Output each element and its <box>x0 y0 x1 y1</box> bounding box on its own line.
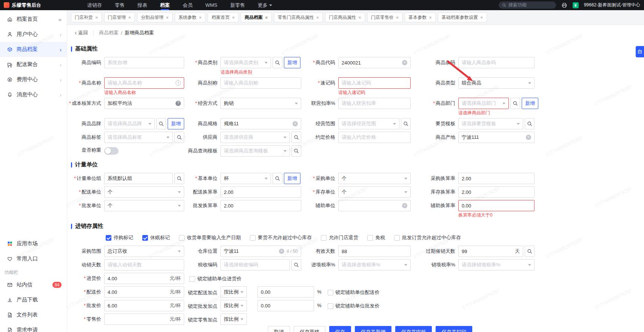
wholesale-rate-input[interactable]: 2.00 <box>220 200 301 211</box>
clear-icon[interactable] <box>526 135 531 140</box>
expire-days-search-button[interactable] <box>525 246 535 257</box>
checkbox-lock-aux-buy[interactable]: 锁定辅助单位进货价 <box>190 275 242 282</box>
wholes-unit-select[interactable]: 个 <box>104 200 184 211</box>
barcode-input[interactable]: 请输入商品条码 <box>458 57 535 68</box>
product-id-input[interactable]: 2400021 <box>338 57 411 68</box>
tab-basic-archive-settings[interactable]: 基础档案参数设置× <box>438 12 487 22</box>
brand-select[interactable]: 请选择商品品牌 <box>104 118 155 129</box>
checkbox-stop-purchase[interactable]: 停购标记 <box>106 234 133 241</box>
aux-rate-input[interactable]: 0.00 <box>458 200 535 211</box>
product-code-input[interactable]: 系统自增 <box>104 57 184 68</box>
clear-icon[interactable] <box>402 203 407 208</box>
close-icon[interactable]: × <box>358 15 361 20</box>
tab-basic-params[interactable]: 基本参数× <box>405 12 436 22</box>
sidebar-item-user-center[interactable]: 用户中心 › <box>0 27 67 42</box>
wholesale-price-input[interactable]: 6.00元/杯 <box>104 300 184 311</box>
operation-mode-select[interactable]: 购销 <box>220 98 301 109</box>
output-tax-select[interactable]: 请选择销项税率% <box>458 259 535 271</box>
product-alias-input[interactable]: 请输入商品别称 <box>220 77 301 89</box>
checkbox-dormant[interactable]: 休眠标记 <box>142 234 170 241</box>
request-template-select[interactable]: 请选择要货模板 <box>458 118 523 129</box>
tab-archive-home[interactable]: 档案首页× <box>208 12 239 22</box>
clear-icon[interactable] <box>279 249 284 254</box>
global-search-input[interactable]: 搜索功能 <box>499 2 556 9</box>
origin-input[interactable]: 宁波111 <box>458 132 535 143</box>
delivery-price-input[interactable]: 4.00元/杯 <box>104 286 184 298</box>
supplier-search-button[interactable] <box>291 132 301 143</box>
close-icon[interactable]: × <box>199 15 202 20</box>
query-template-search-button[interactable] <box>291 145 301 157</box>
tab-retail-store-product-attr[interactable]: 零售门店商品属性× <box>274 12 323 22</box>
close-icon[interactable]: × <box>396 15 399 20</box>
checkbox-wholesale-limit[interactable]: 批发订货允许超过中心库存 <box>394 234 461 241</box>
brand-add-button[interactable]: 新增 <box>168 118 184 129</box>
tag-select[interactable]: 请选择商品标签 <box>104 132 173 143</box>
clear-icon[interactable] <box>293 121 298 126</box>
sidebar-item-request[interactable]: 需求申请 <box>0 323 67 332</box>
close-icon[interactable]: × <box>316 15 319 20</box>
close-icon[interactable]: × <box>232 15 235 20</box>
supplier-select[interactable]: 请选择供应商 <box>220 132 290 143</box>
menu-item-retail[interactable]: 零售 <box>108 0 131 10</box>
breadcrumb-parent[interactable]: 商品档案 <box>99 29 119 36</box>
query-template-select[interactable]: 请选择商品查询模板 <box>220 145 290 157</box>
save-and-audit-button[interactable]: 保存并审核 <box>395 326 432 332</box>
tax-code-input[interactable]: 请选择税收编码 <box>220 259 290 271</box>
close-icon[interactable]: × <box>95 15 98 20</box>
category-select[interactable]: 请选择商品类别 <box>220 57 271 68</box>
joint-rate-input[interactable]: 请输入联营扣率 <box>338 98 411 109</box>
menu-item-more[interactable]: 更多 <box>251 0 279 10</box>
menu-item-report[interactable]: 报表 <box>131 0 154 10</box>
expire-push-days-input[interactable]: 99天 <box>458 246 523 257</box>
checkbox-store-return[interactable]: 允许门店退货 <box>321 234 358 241</box>
app-logo[interactable]: 乐檬零售后台 <box>4 2 41 9</box>
save-and-print-button[interactable]: 保存并打印 <box>436 326 472 332</box>
category-search-button[interactable] <box>273 57 282 68</box>
wholesale-markup-mode-select[interactable]: 按比例 <box>220 300 247 311</box>
tab-store-product-attr[interactable]: 门店商品属性× <box>325 12 365 22</box>
business-scope-select[interactable]: 请选择经营范围 <box>338 118 399 129</box>
base-unit-select[interactable]: 杯 <box>220 173 271 184</box>
checkbox-lock-aux-wholesale[interactable]: 锁定辅助单位批发价 <box>328 303 380 309</box>
department-search-button[interactable] <box>510 98 520 109</box>
agreed-price-input[interactable]: 请输入约定价格 <box>338 132 411 143</box>
department-select[interactable]: 请选择商品部门 <box>458 98 509 109</box>
close-icon[interactable]: × <box>429 15 432 20</box>
cost-method-input[interactable]: 加权平均法 <box>104 98 184 109</box>
save-button[interactable]: 保存 <box>329 326 351 332</box>
menu-item-new-retail[interactable]: 新零售 <box>224 0 251 10</box>
sidebar-item-archive-home[interactable]: 档案首页 « <box>0 12 67 27</box>
collapse-sidebar-icon[interactable]: « <box>59 16 62 23</box>
weigh-toggle[interactable] <box>104 147 119 155</box>
sidebar-item-expense-center[interactable]: 费用中心 › <box>0 72 67 87</box>
close-icon[interactable]: × <box>480 15 483 20</box>
department-add-button[interactable]: 新增 <box>522 98 538 109</box>
valid-days-input[interactable]: 88 <box>338 246 411 257</box>
tag-search-button[interactable] <box>174 132 184 143</box>
moving-days-input[interactable]: 请输入动销天数 <box>104 259 184 271</box>
stock-unit-select[interactable]: 个 <box>338 186 411 198</box>
input-tax-select[interactable]: 请选择进项税率% <box>338 259 411 271</box>
delivery-markup-mode-select[interactable]: 按比例 <box>220 286 247 298</box>
delivery-markup-input[interactable]: 0.00 <box>257 286 314 298</box>
custom-side-button[interactable]: 自 <box>636 46 644 57</box>
clear-icon[interactable] <box>402 60 407 65</box>
sidebar-item-message-center[interactable]: 消息中心 › <box>0 87 67 102</box>
delivery-rate-input[interactable]: 2.00 <box>220 186 301 198</box>
save-and-add-button[interactable]: 保存并新增 <box>355 326 391 332</box>
cancel-button[interactable]: 取消 <box>268 326 290 332</box>
buy-price-input[interactable]: 4.00元/杯 <box>104 273 184 284</box>
unit-group-input[interactable]: 系统默认组 <box>104 173 173 184</box>
checkbox-lock-aux-delivery[interactable]: 锁定辅助单位配送价 <box>328 289 380 296</box>
shorthand-input[interactable]: 请输入速记码 <box>338 77 411 89</box>
tax-code-search-button[interactable] <box>291 259 301 271</box>
close-icon[interactable]: × <box>265 15 268 20</box>
checkbox-tax-free[interactable]: 免税 <box>367 234 385 241</box>
aux-unit-input[interactable] <box>338 200 411 211</box>
sidebar-item-file-list[interactable]: 文件列表 <box>0 307 67 323</box>
sidebar-item-delivery[interactable]: 配送聚合 › <box>0 57 67 72</box>
checkbox-production-date[interactable]: 收货单需要输入生产日期 <box>179 234 241 241</box>
printer-icon[interactable] <box>561 2 567 8</box>
purchase-rate-input[interactable]: 2.00 <box>458 173 535 184</box>
tab-store-replenish[interactable]: 门店补货× <box>71 12 102 22</box>
